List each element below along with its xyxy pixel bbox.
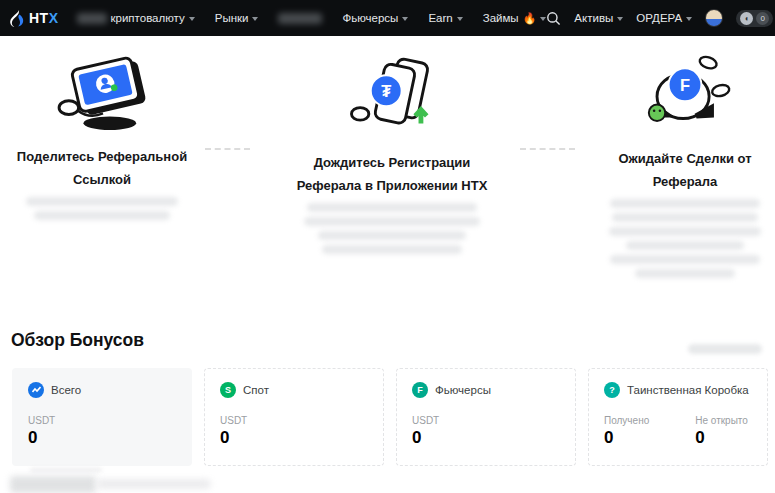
futures-icon: F bbox=[412, 382, 428, 398]
card-value: 0 bbox=[412, 428, 560, 448]
card-label: Таинственная Коробка bbox=[627, 384, 749, 396]
nav-orders-label: ОРДЕРА bbox=[636, 12, 682, 24]
nav-buy-crypto[interactable]: криптовалюту bbox=[77, 12, 195, 24]
unopened-label: Не открыто bbox=[695, 415, 748, 426]
fire-icon: 🔥 bbox=[523, 12, 537, 25]
user-avatar[interactable] bbox=[705, 9, 723, 27]
nav-trade-redacted[interactable] bbox=[278, 13, 322, 24]
nav-futures[interactable]: Фьючерсы bbox=[342, 12, 408, 24]
step1-title: Поделитесь Реферальной Ссылкой bbox=[6, 146, 198, 192]
redacted-text-line bbox=[610, 199, 760, 208]
chevron-down-icon bbox=[617, 17, 623, 21]
card-label: Всего bbox=[51, 384, 81, 396]
step-connector bbox=[205, 148, 250, 150]
total-icon bbox=[28, 382, 44, 398]
nav-markets[interactable]: Рынки bbox=[215, 12, 259, 24]
bonus-card-spot[interactable]: S Спот USDT 0 bbox=[204, 368, 384, 466]
spot-icon: S bbox=[220, 382, 236, 398]
bonus-card-mystery-box[interactable]: ? Таинственная Коробка Получено 0 Не отк… bbox=[588, 368, 768, 466]
redacted-text-line bbox=[34, 211, 170, 220]
unopened-value: 0 bbox=[695, 428, 748, 448]
bonus-card-total[interactable]: Всего USDT 0 bbox=[12, 368, 192, 466]
top-navbar: HTX криптовалюту Рынки Фьючерсы Earn Зай… bbox=[0, 0, 775, 36]
redacted-text-line bbox=[307, 203, 477, 212]
card-value: 0 bbox=[220, 428, 368, 448]
redacted-text-line bbox=[26, 197, 178, 206]
step-share-link: Поделитесь Реферальной Ссылкой bbox=[6, 54, 198, 225]
redacted-text-line bbox=[322, 245, 462, 254]
search-icon[interactable] bbox=[546, 11, 561, 26]
redacted-text-line bbox=[96, 479, 211, 489]
redacted-text-line bbox=[626, 241, 744, 250]
redacted-text-line bbox=[612, 213, 758, 222]
nav-assets-label: Активы bbox=[574, 12, 613, 24]
points-coin-icon: ◖ bbox=[740, 12, 753, 25]
card-label: Фьючерсы bbox=[435, 384, 491, 396]
nav-orders[interactable]: ОРДЕРА bbox=[636, 12, 692, 24]
step-wait-registration: ₮ Дождитесь Регистрации Реферала в Прило… bbox=[293, 56, 491, 259]
tether-coin-icon: ₮ bbox=[381, 82, 391, 100]
card-label: Спот bbox=[243, 384, 269, 396]
nav-futures-label: Фьючерсы bbox=[342, 12, 398, 24]
chevron-down-icon bbox=[189, 17, 195, 21]
points-widget[interactable]: ◖ 0 bbox=[736, 10, 773, 27]
nav-buy-crypto-label: криптовалюту bbox=[111, 12, 185, 24]
header-right: Активы ОРДЕРА ◖ 0 bbox=[546, 9, 775, 27]
step-wait-trade: F Ожидайте Сделки от Реферала bbox=[602, 52, 768, 283]
redacted-section-tab[interactable] bbox=[10, 476, 96, 493]
card-unit: USDT bbox=[412, 415, 560, 426]
step-connector bbox=[520, 148, 575, 150]
redacted-text-line bbox=[318, 231, 466, 240]
redacted-details-link[interactable] bbox=[688, 344, 762, 354]
share-link-illustration bbox=[46, 54, 158, 132]
registration-illustration: ₮ bbox=[342, 56, 442, 138]
main-nav: криптовалюту Рынки Фьючерсы Earn Займы 🔥 bbox=[77, 12, 547, 25]
received-value: 0 bbox=[604, 428, 649, 448]
chevron-down-icon bbox=[457, 17, 463, 21]
step2-title: Дождитесь Регистрации Реферала в Приложе… bbox=[293, 152, 491, 198]
referral-page: Поделитесь Реферальной Ссылкой ₮ Дождите… bbox=[0, 36, 775, 493]
bonus-cards: Всего USDT 0 S Спот USDT 0 F Фьючерсы US… bbox=[12, 368, 768, 466]
redacted-nav-word bbox=[77, 13, 107, 24]
card-value: 0 bbox=[28, 428, 176, 448]
bonus-card-futures[interactable]: F Фьючерсы USDT 0 bbox=[396, 368, 576, 466]
card-unit: USDT bbox=[220, 415, 368, 426]
chevron-down-icon bbox=[686, 17, 692, 21]
card-unit: USDT bbox=[28, 415, 176, 426]
htx-coin-icon: F bbox=[680, 76, 690, 94]
nav-earn[interactable]: Earn bbox=[428, 12, 462, 24]
trade-illustration: F bbox=[635, 52, 735, 134]
bonus-overview-heading: Обзор Бонусов bbox=[11, 330, 144, 351]
redacted-text-line bbox=[635, 269, 735, 278]
redacted-text-line bbox=[30, 468, 102, 472]
nav-loans-label: Займы bbox=[483, 12, 519, 24]
step3-title: Ожидайте Сделки от Реферала bbox=[602, 148, 768, 194]
redacted-text-line bbox=[304, 217, 480, 226]
mystery-box-icon: ? bbox=[604, 382, 620, 398]
nav-assets[interactable]: Активы bbox=[574, 12, 623, 24]
points-count: 0 bbox=[756, 12, 769, 25]
redacted-nav-item bbox=[278, 13, 322, 24]
redacted-text-line bbox=[610, 255, 760, 264]
chevron-down-icon bbox=[252, 17, 258, 21]
htx-logo-text: HTX bbox=[29, 10, 59, 26]
nav-markets-label: Рынки bbox=[215, 12, 249, 24]
htx-flame-icon bbox=[10, 10, 25, 27]
nav-earn-label: Earn bbox=[428, 12, 452, 24]
chevron-down-icon bbox=[402, 17, 408, 21]
redacted-text-line bbox=[609, 227, 761, 236]
nav-loans[interactable]: Займы 🔥 bbox=[483, 12, 547, 25]
htx-logo[interactable]: HTX bbox=[10, 10, 59, 27]
received-label: Получено bbox=[604, 415, 649, 426]
